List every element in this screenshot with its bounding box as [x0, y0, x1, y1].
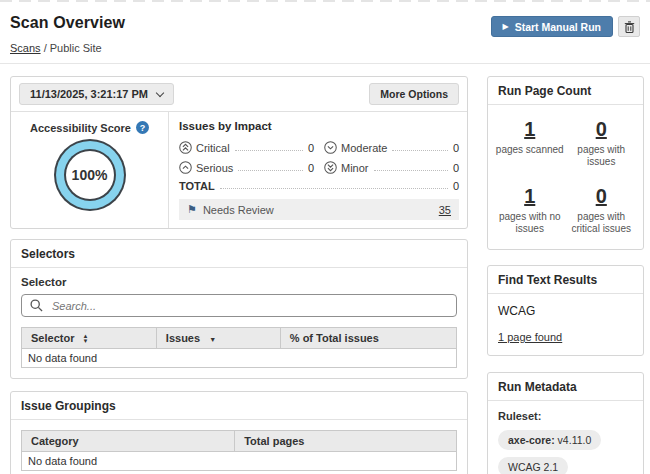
run-metadata-title: Run Metadata — [488, 373, 643, 401]
play-icon: ▶ — [503, 23, 509, 31]
breadcrumb-current: Public Site — [50, 42, 102, 54]
run-metadata-card: Run Metadata Ruleset: axe-core: v4.11.0 … — [487, 372, 644, 474]
dotted-leader — [238, 170, 303, 171]
run-page-count-title: Run Page Count — [488, 77, 643, 105]
run-date-dropdown[interactable]: 11/13/2025, 3:21:17 PM — [19, 83, 174, 105]
impact-value: 0 — [308, 142, 314, 154]
impact-row-serious: Serious 0 — [179, 161, 314, 174]
accessibility-score-value: 100% — [72, 167, 108, 183]
needs-review-label: Needs Review — [203, 204, 274, 216]
issue-groupings-card: Issue Groupings Category Total pages — [10, 391, 468, 474]
sort-both-icon: ▲▼ — [82, 334, 88, 344]
critical-icon — [179, 141, 192, 154]
run-overview-card: 11/13/2025, 3:21:17 PM More Options Acce… — [10, 76, 468, 229]
ruleset-label: Ruleset: — [498, 410, 633, 422]
selectors-title: Selectors — [11, 240, 467, 268]
impact-label: Moderate — [341, 142, 387, 154]
stat-label: pages with no issues — [495, 211, 565, 235]
impact-total-label: TOTAL — [179, 180, 215, 192]
selector-field-label: Selector — [21, 276, 457, 288]
impact-value: 0 — [453, 142, 459, 154]
needs-review-count-link[interactable]: 35 — [439, 204, 451, 216]
accessibility-score-label: Accessibility Score — [30, 122, 131, 134]
run-date-label: 11/13/2025, 3:21:17 PM — [30, 88, 148, 100]
stat-link[interactable]: 1 — [524, 185, 535, 208]
start-manual-run-label: Start Manual Run — [515, 21, 601, 33]
find-text-results-card: Find Text Results WCAG 1 page found — [487, 265, 644, 356]
stat-pages-critical-issues: 0 pages with critical issues — [566, 185, 636, 235]
stat-label: pages with issues — [566, 144, 636, 168]
breadcrumb-separator: / — [44, 42, 47, 54]
stat-label: pages with critical issues — [566, 211, 636, 235]
issue-groupings-title: Issue Groupings — [11, 392, 467, 420]
selector-search-input[interactable] — [21, 294, 457, 317]
ruleset-badge-axe-core: axe-core: v4.11.0 — [498, 430, 601, 450]
find-text-pages-link[interactable]: 1 page found — [498, 331, 562, 343]
groupings-col-category: Category — [22, 431, 235, 452]
find-text-results-title: Find Text Results — [488, 266, 643, 294]
dotted-leader — [374, 170, 448, 171]
selectors-col-issues[interactable]: Issues ▼ — [156, 328, 280, 349]
more-options-button[interactable]: More Options — [369, 83, 459, 105]
more-options-label: More Options — [380, 88, 448, 100]
find-text-term: WCAG — [498, 304, 633, 318]
impact-label: Serious — [196, 162, 233, 174]
stat-pages-scanned: 1 pages scanned — [495, 118, 565, 168]
groupings-col-total-pages: Total pages — [235, 431, 457, 452]
issues-by-impact-panel: Issues by Impact Critical 0 — [169, 112, 467, 228]
stat-link[interactable]: 1 — [524, 118, 535, 141]
page-header: Scan Overview Scans / Public Site ▶ Star… — [0, 3, 650, 64]
impact-row-critical: Critical 0 — [179, 141, 314, 154]
impact-row-moderate: Moderate 0 — [324, 141, 459, 154]
minor-icon — [324, 161, 337, 174]
ruleset-badge-wcag: WCAG 2.1 — [498, 457, 568, 474]
accessibility-score-panel: Accessibility Score ? 100% — [11, 112, 169, 228]
run-page-count-card: Run Page Count 1 pages scanned 0 pages w… — [487, 76, 644, 250]
delete-scan-button[interactable] — [618, 16, 640, 37]
serious-icon — [179, 161, 192, 174]
start-manual-run-button[interactable]: ▶ Start Manual Run — [491, 16, 614, 37]
sort-desc-icon: ▼ — [209, 336, 216, 343]
needs-review-row: ⚑ Needs Review 35 — [179, 199, 459, 220]
dotted-leader — [392, 150, 447, 151]
impact-row-minor: Minor 0 — [324, 161, 459, 174]
impact-total-value: 0 — [453, 180, 459, 192]
table-row: No data found — [22, 452, 457, 471]
breadcrumb-scans-link[interactable]: Scans — [10, 42, 41, 54]
impact-label: Minor — [341, 162, 369, 174]
search-icon — [30, 299, 43, 312]
table-row: No data found — [22, 349, 457, 368]
selectors-card: Selectors Selector Selector — [10, 239, 468, 379]
stat-link[interactable]: 0 — [596, 185, 607, 208]
issues-by-impact-title: Issues by Impact — [179, 120, 459, 132]
help-icon[interactable]: ? — [136, 121, 149, 134]
impact-total-row: TOTAL 0 — [179, 180, 459, 192]
selectors-col-percent: % of Total issues — [280, 328, 456, 349]
accessibility-score-ring: 100% — [66, 151, 114, 199]
impact-label: Critical — [196, 142, 230, 154]
issue-groupings-table: Category Total pages No data found — [21, 430, 457, 471]
page-title: Scan Overview — [10, 14, 125, 32]
chevron-down-icon — [156, 88, 164, 96]
stat-label: pages scanned — [496, 144, 564, 156]
selectors-col-selector[interactable]: Selector ▲▼ — [22, 328, 157, 349]
stat-pages-with-issues: 0 pages with issues — [566, 118, 636, 168]
impact-value: 0 — [453, 162, 459, 174]
trash-icon — [624, 21, 635, 33]
stat-pages-no-issues: 1 pages with no issues — [495, 185, 565, 235]
moderate-icon — [324, 141, 337, 154]
dotted-leader — [235, 150, 303, 151]
impact-value: 0 — [308, 162, 314, 174]
selectors-table: Selector ▲▼ Issues ▼ % of Total issues — [21, 327, 457, 368]
dotted-leader — [220, 188, 448, 189]
selectors-empty-cell: No data found — [22, 349, 457, 368]
breadcrumb: Scans / Public Site — [10, 42, 125, 54]
stat-link[interactable]: 0 — [596, 118, 607, 141]
groupings-empty-cell: No data found — [22, 452, 457, 471]
flag-icon: ⚑ — [187, 203, 197, 216]
